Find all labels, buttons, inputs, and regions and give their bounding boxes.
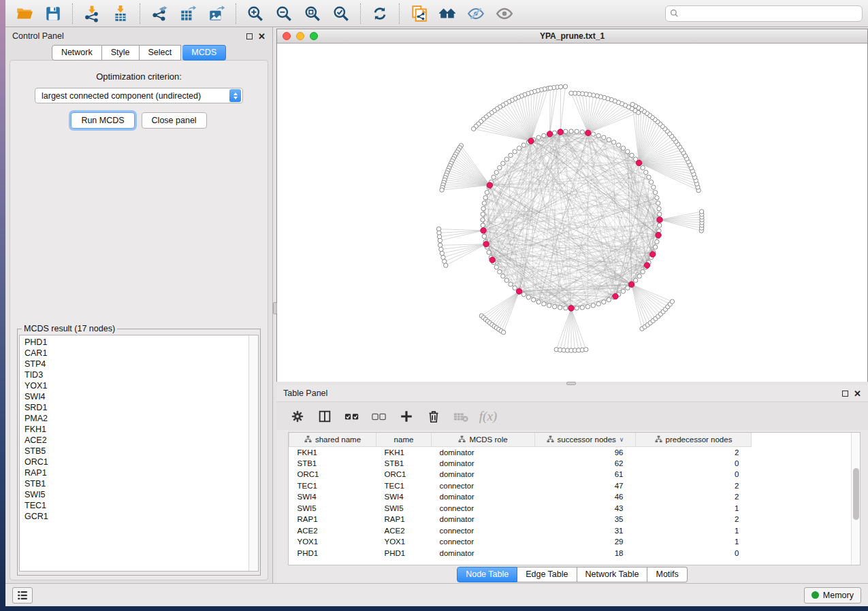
network-node[interactable] (658, 212, 662, 216)
table-cell[interactable]: 0 (636, 458, 752, 469)
dominator-node[interactable] (628, 282, 634, 287)
table-cell[interactable]: SWI4 (289, 491, 376, 503)
table-cell[interactable]: 31 (535, 525, 636, 537)
select-all-rows-button[interactable] (340, 406, 364, 427)
column-header-shared-name[interactable]: shared name (289, 433, 376, 446)
mcds-list-scrollbar[interactable] (248, 335, 258, 571)
dominator-node[interactable] (528, 138, 534, 144)
network-node[interactable] (481, 223, 485, 227)
table-cell[interactable]: 2 (636, 491, 752, 503)
network-node[interactable] (494, 170, 498, 174)
dominator-node[interactable] (547, 131, 552, 137)
network-node[interactable] (641, 269, 645, 274)
network-node[interactable] (547, 303, 551, 308)
table-row[interactable]: TEC1TEC1connector472 (289, 480, 752, 492)
satellite-node[interactable] (438, 243, 442, 247)
table-cell[interactable]: 1 (636, 525, 752, 537)
table-cell[interactable]: connector (432, 480, 535, 492)
table-cell[interactable]: STB1 (289, 458, 376, 469)
table-cell[interactable]: YOX1 (376, 536, 432, 548)
network-node[interactable] (580, 306, 584, 310)
satellite-node[interactable] (471, 127, 475, 131)
table-cell[interactable]: dominator (432, 458, 535, 469)
network-node[interactable] (591, 303, 595, 308)
table-cell[interactable]: ORC1 (376, 469, 432, 480)
table-cell[interactable]: dominator (432, 514, 535, 525)
network-node[interactable] (652, 185, 656, 189)
network-node[interactable] (655, 195, 659, 199)
table-cell[interactable]: 35 (535, 514, 636, 525)
table-cell[interactable]: STB1 (376, 458, 432, 469)
network-node[interactable] (630, 153, 634, 157)
float-panel-icon[interactable] (246, 33, 253, 39)
tab-motifs[interactable]: Motifs (647, 567, 687, 582)
network-node[interactable] (621, 289, 625, 293)
dominator-node[interactable] (613, 293, 618, 299)
table-cell[interactable]: dominator (432, 548, 535, 559)
table-cell[interactable]: 61 (535, 469, 636, 480)
network-node[interactable] (504, 278, 509, 282)
network-node[interactable] (575, 129, 579, 133)
table-cell[interactable]: FKH1 (376, 446, 432, 458)
table-cell[interactable]: ORC1 (289, 469, 376, 480)
close-panel-icon[interactable]: ✕ (258, 33, 266, 39)
tab-network-table[interactable]: Network Table (577, 567, 648, 582)
table-cell[interactable]: PHD1 (289, 548, 376, 559)
tab-select[interactable]: Select (140, 45, 182, 61)
dominator-node[interactable] (487, 182, 492, 188)
network-node[interactable] (655, 240, 659, 244)
delete-column-button[interactable] (422, 406, 445, 427)
network-node[interactable] (498, 165, 502, 169)
network-node[interactable] (513, 286, 517, 290)
mcds-result-item[interactable]: SWI4 (25, 391, 248, 402)
dominator-node[interactable] (657, 217, 662, 222)
network-node[interactable] (637, 274, 641, 278)
network-node[interactable] (564, 129, 568, 133)
mcds-result-item[interactable]: TID3 (25, 369, 248, 380)
table-options-button[interactable] (286, 406, 309, 427)
table-cell[interactable]: TEC1 (376, 480, 432, 492)
network-node[interactable] (501, 274, 505, 278)
mcds-result-item[interactable]: ORC1 (25, 457, 248, 467)
table-row[interactable]: RAP1RAP1dominator352 (289, 514, 752, 525)
first-neighbors-button[interactable] (434, 3, 461, 24)
search-input[interactable] (681, 9, 858, 18)
mcds-result-item[interactable]: TEC1 (25, 500, 248, 511)
network-node[interactable] (485, 191, 489, 195)
tab-edge-table[interactable]: Edge Table (517, 567, 577, 582)
network-node[interactable] (558, 306, 562, 310)
network-node[interactable] (482, 234, 486, 238)
mcds-result-item[interactable]: ACE2 (25, 435, 248, 446)
table-row[interactable]: STB1STB1dominator620 (289, 458, 752, 469)
splitter-handle[interactable] (273, 302, 277, 314)
zoom-in-button[interactable] (242, 3, 269, 24)
satellite-node[interactable] (444, 263, 448, 267)
network-node[interactable] (653, 191, 657, 195)
satellite-node[interactable] (563, 84, 567, 88)
import-network-button[interactable] (78, 3, 106, 24)
table-cell[interactable]: dominator (432, 469, 535, 480)
table-row[interactable]: ACE2ACE2connector311 (289, 525, 752, 537)
import-table-button[interactable] (107, 3, 134, 24)
mcds-result-item[interactable]: CAR1 (25, 348, 248, 359)
network-canvas[interactable] (277, 44, 867, 382)
table-cell[interactable]: SWI5 (289, 503, 376, 514)
mcds-result-item[interactable]: SRD1 (25, 402, 248, 413)
dominator-node[interactable] (649, 252, 655, 257)
network-node[interactable] (657, 207, 661, 211)
close-panel-icon[interactable]: ✕ (854, 391, 861, 397)
table-cell[interactable]: connector (432, 525, 535, 537)
network-node[interactable] (569, 129, 573, 133)
network-node[interactable] (621, 146, 625, 150)
mcds-result-item[interactable]: STP4 (25, 359, 248, 369)
table-cell[interactable]: SWI4 (376, 491, 432, 503)
table-cell[interactable]: 0 (636, 469, 752, 480)
table-cell[interactable]: 1 (636, 536, 752, 548)
network-node[interactable] (656, 201, 660, 205)
network-node[interactable] (521, 293, 526, 297)
network-node[interactable] (509, 153, 513, 157)
network-node[interactable] (596, 133, 600, 137)
horizontal-splitter[interactable] (276, 382, 868, 385)
network-node[interactable] (513, 150, 517, 154)
network-node[interactable] (536, 135, 541, 139)
